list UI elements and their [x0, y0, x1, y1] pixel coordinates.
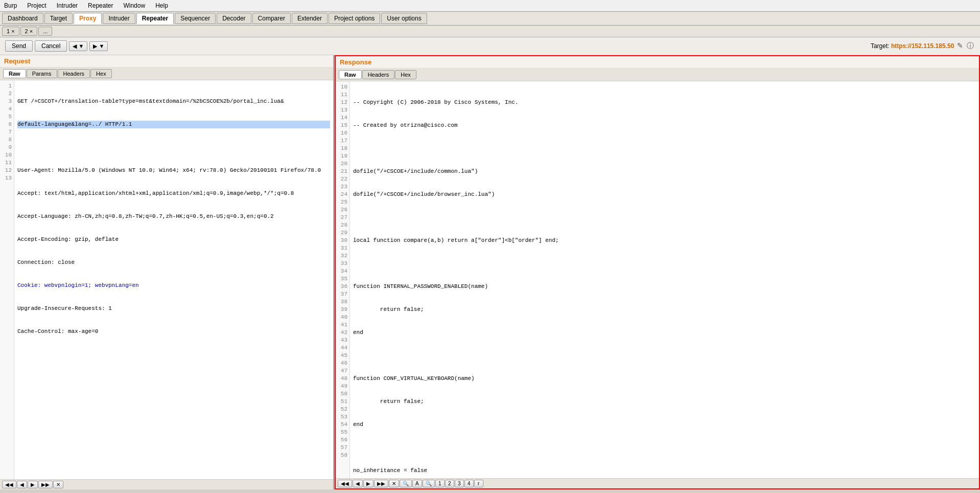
tab-user-options[interactable]: User options: [381, 13, 427, 24]
req-line-2: default-language&lang=../ HTTP/1.1: [17, 121, 330, 128]
res-tool-3[interactable]: 3: [455, 480, 464, 487]
nav-next-button[interactable]: ▶ ▼: [89, 41, 108, 51]
toolbar: Send Cancel ◀ ▼ ▶ ▼ Target: https://152.…: [0, 37, 980, 55]
req-line-5: Accept: text/html,application/xhtml+xml,…: [17, 190, 330, 197]
nav-prev-button[interactable]: ◀ ▼: [69, 41, 87, 51]
req-line-3: [17, 144, 330, 151]
req-tool-last[interactable]: ▶▶: [38, 481, 53, 488]
req-line-1: GET /+CSCOT+/translation-table?type=mst&…: [17, 98, 330, 105]
target-text: Target:: [871, 42, 890, 50]
tab-comparer[interactable]: Comparer: [252, 13, 291, 24]
req-line-7: Accept-Encoding: gzip, deflate: [17, 236, 330, 243]
response-tab-raw[interactable]: Raw: [339, 70, 362, 79]
req-tool-next[interactable]: ▶: [28, 481, 38, 488]
res-tool-2[interactable]: 2: [445, 480, 454, 487]
res-line-23: return false;: [353, 398, 976, 406]
menu-help[interactable]: Help: [153, 1, 170, 10]
req-line-12: [17, 351, 330, 358]
target-url: https://152.115.185.50: [891, 42, 954, 50]
req-line-11: Cache-Control: max-age=0: [17, 328, 330, 335]
tab-target[interactable]: Target: [44, 13, 73, 24]
res-line-22: function CONF_VIRTUAL_KEYBOARD(name): [353, 375, 976, 383]
request-line-numbers: 12345 678910 111213: [0, 80, 14, 479]
response-code-area[interactable]: 1011121314 1516171819 2021222324 2526272…: [336, 81, 979, 478]
menu-intruder[interactable]: Intruder: [55, 1, 80, 10]
response-code-content[interactable]: -- Copyright (C) 2006-2018 by Cisco Syst…: [350, 81, 979, 478]
res-tool-x[interactable]: ✕: [389, 480, 399, 487]
target-label: Target: https://152.115.185.50 ✎ ⓘ: [871, 40, 975, 52]
res-tool-prev[interactable]: ◀: [353, 480, 363, 487]
response-title: Response: [336, 56, 979, 69]
res-tool-first[interactable]: ◀◀: [338, 480, 352, 487]
res-line-17: [353, 260, 976, 267]
tab-decoder[interactable]: Decoder: [217, 13, 251, 24]
main-content: Request Raw Params Headers Hex 12345 678…: [0, 55, 980, 489]
request-code-area[interactable]: 12345 678910 111213 GET /+CSCOT+/transla…: [0, 80, 333, 479]
res-line-15: [353, 214, 976, 221]
tab-proxy[interactable]: Proxy: [74, 13, 102, 24]
tab-dashboard[interactable]: Dashboard: [2, 13, 43, 24]
response-line-numbers: 1011121314 1516171819 2021222324 2526272…: [336, 81, 350, 478]
res-line-21: [353, 352, 976, 360]
res-tool-r[interactable]: r: [474, 480, 483, 487]
request-code-content[interactable]: GET /+CSCOT+/translation-table?type=mst&…: [14, 80, 333, 479]
request-title: Request: [0, 55, 333, 68]
request-tab-raw[interactable]: Raw: [3, 69, 26, 78]
req-line-4: User-Agent: Mozilla/5.0 (Windows NT 10.0…: [17, 167, 330, 174]
request-code-toolbar: ◀◀ ◀ ▶ ▶▶ ✕: [0, 479, 333, 489]
menu-project[interactable]: Project: [25, 1, 48, 10]
res-tool-4[interactable]: 4: [464, 480, 474, 487]
request-tab-headers[interactable]: Headers: [58, 69, 90, 78]
res-line-11: -- Created by otrizna@cisco.com: [353, 122, 976, 129]
response-tabs: Raw Headers Hex: [336, 69, 979, 81]
res-tool-next[interactable]: ▶: [363, 480, 374, 487]
res-line-24: end: [353, 421, 976, 429]
subtab-1[interactable]: 1 ×: [2, 27, 19, 36]
req-line-10: Upgrade-Insecure-Requests: 1: [17, 305, 330, 312]
tab-intruder[interactable]: Intruder: [103, 13, 135, 24]
res-line-20: end: [353, 329, 976, 337]
main-tab-bar: Dashboard Target Proxy Intruder Repeater…: [0, 12, 980, 26]
request-tab-params[interactable]: Params: [27, 69, 57, 78]
send-button[interactable]: Send: [5, 40, 33, 52]
cancel-button[interactable]: Cancel: [35, 40, 67, 52]
res-line-13: dofile("/+CSCOE+/include/common.lua"): [353, 168, 976, 175]
req-tool-prev[interactable]: ◀: [17, 481, 27, 488]
req-line-8: Connection: close: [17, 259, 330, 266]
tab-repeater[interactable]: Repeater: [136, 13, 174, 24]
req-line-9: Cookie: webvpnlogin=1; webvpnLang=en: [17, 282, 330, 289]
menu-window[interactable]: Window: [121, 1, 147, 10]
res-line-18: function INTERNAL_PASSWORD_ENABLED(name): [353, 283, 976, 290]
subtab-2[interactable]: 2 ×: [20, 27, 38, 36]
subtab-more[interactable]: ...: [38, 27, 52, 36]
res-tool-search1[interactable]: 🔍: [400, 480, 412, 487]
help-target-button[interactable]: ⓘ: [966, 40, 975, 52]
res-line-14: dofile("/+CSCOE+/include/browser_inc.lua…: [353, 191, 976, 198]
request-tab-hex[interactable]: Hex: [90, 69, 112, 78]
response-tab-hex[interactable]: Hex: [395, 70, 416, 79]
request-panel: Request Raw Params Headers Hex 12345 678…: [0, 55, 335, 489]
menu-repeater[interactable]: Repeater: [86, 1, 115, 10]
sub-tab-bar: 1 × 2 × ...: [0, 26, 980, 37]
req-tool-first[interactable]: ◀◀: [2, 481, 16, 488]
res-line-19: return false;: [353, 306, 976, 313]
res-tool-search2[interactable]: 🔍: [423, 480, 435, 487]
res-tool-a[interactable]: A: [412, 480, 422, 487]
tab-project-options[interactable]: Project options: [329, 13, 380, 24]
menu-bar: Burp Project Intruder Repeater Window He…: [0, 0, 980, 12]
edit-target-button[interactable]: ✎: [956, 40, 964, 51]
res-line-16: local function compare(a,b) return a["or…: [353, 237, 976, 244]
req-tool-x[interactable]: ✕: [53, 481, 63, 488]
tab-sequencer[interactable]: Sequencer: [175, 13, 216, 24]
req-line-6: Accept-Language: zh-CN,zh;q=0.8,zh-TW;q=…: [17, 213, 330, 220]
res-tool-1[interactable]: 1: [435, 480, 445, 487]
tab-extender[interactable]: Extender: [292, 13, 328, 24]
menu-burp[interactable]: Burp: [2, 1, 19, 10]
request-tabs: Raw Params Headers Hex: [0, 68, 333, 80]
response-panel: Response Raw Headers Hex 1011121314 1516…: [335, 55, 980, 489]
res-tool-last[interactable]: ▶▶: [374, 480, 388, 487]
response-tab-headers[interactable]: Headers: [362, 70, 395, 79]
res-line-12: [353, 145, 976, 152]
res-line-25: [353, 444, 976, 452]
res-line-26: no_inheritance = false: [353, 467, 976, 475]
